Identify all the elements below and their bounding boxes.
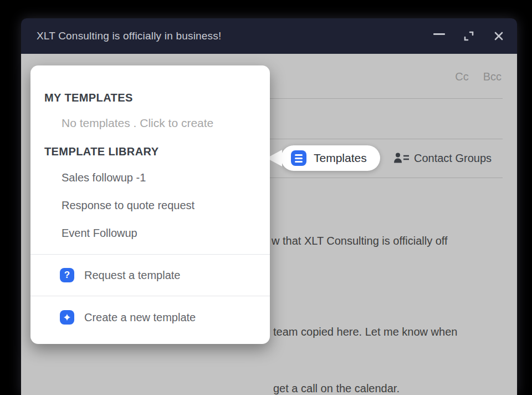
- template-item-sales-followup[interactable]: Sales followup -1: [62, 171, 146, 184]
- email-body-paragraph: team copied here. Let me know when get a…: [273, 285, 457, 395]
- create-template-label: Create a new template: [84, 311, 196, 324]
- template-library-header: TEMPLATE LIBRARY: [44, 145, 158, 158]
- compose-titlebar: XLT Consulting is officially in business…: [21, 18, 517, 54]
- templates-icon: [291, 150, 306, 166]
- minimize-button[interactable]: [432, 29, 446, 43]
- request-template-button[interactable]: ? Request a template: [30, 262, 270, 288]
- contact-groups-button[interactable]: Contact Groups: [393, 149, 492, 167]
- email-body-line: team copied here. Let me know when: [273, 322, 457, 341]
- close-icon: [493, 30, 505, 42]
- templates-button-label: Templates: [314, 151, 367, 165]
- minimize-icon: [433, 33, 445, 35]
- popover-divider: [30, 296, 270, 296]
- template-item-event-followup[interactable]: Event Followup: [62, 227, 137, 240]
- templates-popover: MY TEMPLATES No templates . Click to cre…: [30, 65, 270, 344]
- expand-button[interactable]: [462, 29, 476, 43]
- request-template-label: Request a template: [84, 269, 180, 282]
- question-icon: ?: [60, 268, 74, 282]
- expand-icon: [462, 29, 475, 43]
- template-item-quote-response[interactable]: Response to quote request: [62, 199, 195, 212]
- recipient-toggles: Cc Bcc: [455, 70, 502, 83]
- close-button[interactable]: [492, 29, 506, 43]
- window-controls: [432, 18, 506, 54]
- contact-groups-label: Contact Groups: [414, 152, 492, 165]
- email-body-line: w that XLT Consulting is officially off: [272, 231, 448, 250]
- my-templates-header: MY TEMPLATES: [44, 92, 133, 104]
- popover-divider: [30, 254, 270, 255]
- no-templates-create-link[interactable]: No templates . Click to create: [62, 117, 213, 130]
- compose-subject-title: XLT Consulting is officially in business…: [37, 30, 221, 42]
- screen: { "window": { "title": "XLT Consulting i…: [0, 0, 532, 395]
- cc-button[interactable]: Cc: [455, 70, 468, 83]
- email-signature: Thanks, Nicoletta: [37, 357, 80, 395]
- email-body-line: get a call on the calendar.: [273, 379, 457, 395]
- plus-sparkle-icon: [60, 310, 74, 325]
- contact-groups-icon: [393, 152, 410, 164]
- templates-button[interactable]: Templates: [281, 145, 380, 171]
- create-template-button[interactable]: Create a new template: [30, 304, 270, 331]
- bcc-button[interactable]: Bcc: [483, 70, 502, 83]
